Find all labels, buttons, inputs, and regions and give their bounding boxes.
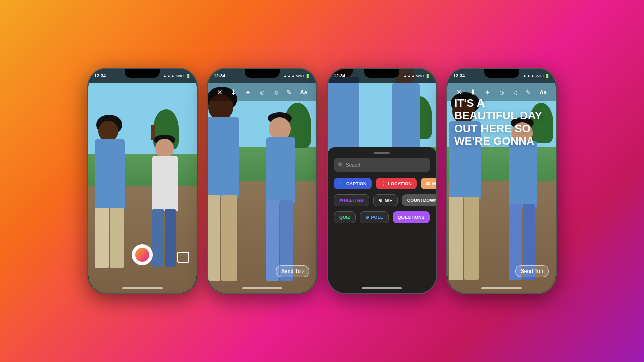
- sticker-search[interactable]: 🔍 Search: [334, 158, 430, 172]
- phone-3-screen: 12:34 ▲▲▲ WiFi 🔋 🔍 Search 🔵: [328, 69, 436, 293]
- sticker-row-1: 🔵 CAPTION 📍 LOCATION 🏷 MENTION: [334, 178, 430, 189]
- move-icon[interactable]: ✦: [245, 88, 251, 96]
- home-indicator-4: [481, 287, 522, 289]
- move-icon-4[interactable]: ✦: [485, 88, 490, 96]
- phone-3: 12:34 ▲▲▲ WiFi 🔋 🔍 Search 🔵: [327, 68, 437, 294]
- person-2: [151, 135, 192, 265]
- notch-2: [245, 69, 280, 78]
- caption-overlay: IT'S A BEAUTIFUL DAY OUT HERE SO WE'RE G…: [454, 97, 549, 147]
- hashtag-sticker[interactable]: #HASHTAG: [334, 194, 369, 206]
- capture-inner: [135, 248, 149, 262]
- status-icons-1: ▲▲▲ WiFi 🔋: [163, 74, 191, 78]
- caption-text-display: IT'S A BEAUTIFUL DAY OUT HERE SO WE'RE G…: [454, 97, 549, 147]
- countdown-label: COUNTDOWN: [407, 198, 436, 203]
- mention-sticker[interactable]: 🏷 MENTION: [421, 178, 436, 189]
- send-to-label-4: Send To ›: [521, 268, 543, 274]
- home-indicator-3: [362, 287, 402, 289]
- phone-4: 12:34 ▲▲▲ WiFi 🔋 ✕ ⬇ ✦ ☺ ♫ ✎ Aa IT'S A B…: [446, 68, 557, 294]
- phone-2-screen: 12:34 ▲▲▲ WiFi 🔋 ✕ ⬇ ✦ ☺ ♫ ✎ Aa Send To …: [208, 69, 316, 293]
- status-bar-2: 12:34 ▲▲▲ WiFi 🔋: [208, 69, 316, 83]
- home-indicator-2: [242, 287, 282, 289]
- questions-sticker[interactable]: QUESTIONS: [393, 211, 430, 223]
- close-icon-4[interactable]: ✕: [456, 88, 462, 96]
- location-sticker[interactable]: 📍 LOCATION: [376, 178, 417, 189]
- quiz-sticker[interactable]: QUIZ: [334, 211, 356, 223]
- notch-4: [484, 69, 519, 78]
- drag-handle: [374, 152, 390, 154]
- emoji-icon[interactable]: ☺: [259, 88, 265, 96]
- p2-person2: [264, 112, 309, 278]
- draw-icon[interactable]: ✎: [286, 88, 292, 96]
- phone-1-screen: 12:34 ▲▲▲ WiFi 🔋: [88, 69, 197, 293]
- quiz-label: QUIZ: [339, 215, 350, 220]
- phone-4-screen: 12:34 ▲▲▲ WiFi 🔋 ✕ ⬇ ✦ ☺ ♫ ✎ Aa IT'S A B…: [447, 69, 556, 293]
- status-bar-3: 12:34 ▲▲▲ WiFi 🔋: [328, 69, 436, 83]
- close-icon[interactable]: ✕: [217, 88, 223, 96]
- send-to-label-2: Send To ›: [281, 268, 304, 274]
- power-3: [436, 129, 437, 153]
- status-time-3: 12:34: [334, 73, 345, 78]
- edit-toolbar-2: ✕ ⬇ ✦ ☺ ♫ ✎ Aa: [208, 83, 316, 101]
- status-icons-3: ▲▲▲ WiFi 🔋: [403, 74, 430, 78]
- gif-label: GIF: [385, 198, 392, 203]
- notch-3: [364, 69, 399, 78]
- gif-sticker[interactable]: ⊕ GIF: [373, 194, 398, 206]
- send-to-button-4[interactable]: Send To ›: [515, 265, 549, 277]
- status-time-4: 12:34: [453, 73, 465, 78]
- status-icons-4: ▲▲▲ WiFi 🔋: [523, 74, 550, 78]
- sticker-row-3: QUIZ ⊕ POLL QUESTIONS: [334, 211, 430, 223]
- phone-2: 12:34 ▲▲▲ WiFi 🔋 ✕ ⬇ ✦ ☺ ♫ ✎ Aa Send To …: [207, 68, 317, 294]
- send-to-button-2[interactable]: Send To ›: [276, 265, 309, 277]
- poll-sticker[interactable]: ⊕ POLL: [360, 211, 389, 223]
- person-1: [92, 115, 142, 265]
- notch-1: [125, 69, 160, 78]
- caption-sticker[interactable]: 🔵 CAPTION: [334, 178, 372, 189]
- status-icons-2: ▲▲▲ WiFi 🔋: [283, 74, 310, 78]
- gallery-icon[interactable]: [177, 252, 189, 263]
- phone-3-wrapper: 12:34 ▲▲▲ WiFi 🔋 🔍 Search 🔵: [327, 68, 437, 294]
- home-indicator-1: [122, 287, 163, 289]
- search-icon: 🔍: [338, 162, 344, 168]
- p2-person1: [208, 87, 266, 278]
- phone-1: 12:34 ▲▲▲ WiFi 🔋: [87, 68, 198, 294]
- sticker-panel: 🔍 Search 🔵 CAPTION 📍 LOCATION 🏷: [328, 147, 436, 293]
- questions-label: QUESTIONS: [398, 215, 425, 220]
- countdown-sticker[interactable]: COUNTDOWN: [402, 194, 436, 206]
- power-2: [316, 129, 317, 153]
- phone-4-wrapper: 12:34 ▲▲▲ WiFi 🔋 ✕ ⬇ ✦ ☺ ♫ ✎ Aa IT'S A B…: [446, 68, 557, 294]
- phone-1-wrapper: 12:34 ▲▲▲ WiFi 🔋: [87, 68, 198, 294]
- power-btn: [197, 129, 198, 153]
- search-placeholder: Search: [346, 162, 362, 168]
- download-icon-4[interactable]: ⬇: [470, 88, 476, 96]
- poll-label: POLL: [371, 215, 383, 220]
- hashtag-label: #HASHTAG: [339, 198, 364, 203]
- audio-icon[interactable]: ♫: [273, 88, 278, 96]
- text-icon[interactable]: Aa: [300, 89, 307, 95]
- power-4: [556, 129, 557, 153]
- emoji-icon-4[interactable]: ☺: [498, 88, 505, 96]
- text-icon-4[interactable]: Aa: [540, 89, 547, 95]
- status-bar-4: 12:34 ▲▲▲ WiFi 🔋: [447, 69, 556, 83]
- location-label: LOCATION: [388, 181, 412, 186]
- sticker-row-2: #HASHTAG ⊕ GIF COUNTDOWN: [334, 194, 430, 206]
- phone-2-wrapper: 12:34 ▲▲▲ WiFi 🔋 ✕ ⬇ ✦ ☺ ♫ ✎ Aa Send To …: [207, 68, 317, 294]
- draw-icon-4[interactable]: ✎: [526, 88, 531, 96]
- caption-label: CAPTION: [346, 181, 367, 186]
- status-time-2: 12:34: [214, 73, 225, 78]
- status-time-1: 12:34: [94, 73, 106, 78]
- download-icon[interactable]: ⬇: [231, 88, 236, 96]
- status-bar-1: 12:34 ▲▲▲ WiFi 🔋: [88, 69, 197, 83]
- audio-icon-4[interactable]: ♫: [513, 88, 518, 96]
- capture-button[interactable]: [132, 244, 153, 265]
- mention-label: MENTION: [432, 181, 436, 186]
